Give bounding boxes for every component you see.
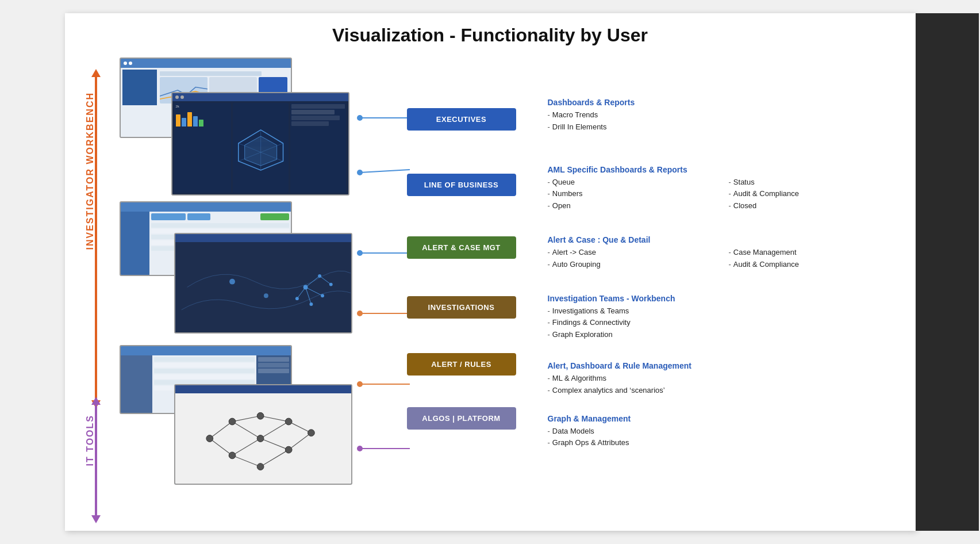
btn-investigations-container: INVESTIGATIONS xyxy=(407,296,516,319)
algos-button[interactable]: ALGOS | PLATFORM xyxy=(407,407,516,430)
lob-desc-title: AML Specific Dashboards & Reports xyxy=(548,165,898,174)
executives-desc-title: Dashboards & Reports xyxy=(548,98,898,107)
svg-point-32 xyxy=(206,435,213,442)
buttons-column: EXECUTIVES LINE OF BUSINESS ALERT & CASE… xyxy=(407,58,516,430)
btn-alert-case-container: ALERT & CASE MGT xyxy=(407,236,516,259)
svg-point-35 xyxy=(257,412,264,419)
it-tools-label: IT TOOLS xyxy=(85,415,95,466)
svg-line-43 xyxy=(360,170,410,173)
svg-point-33 xyxy=(229,418,236,425)
svg-point-34 xyxy=(229,452,236,459)
alert-case-desc: Alert & Case : Que & Detail -Alert -> Ca… xyxy=(548,235,898,271)
lob-button[interactable]: LINE OF BUSINESS xyxy=(407,174,516,196)
investigations-desc: Investigation Teams - Workbench -Investi… xyxy=(548,294,898,341)
screenshots-column: 2k xyxy=(120,58,361,512)
svg-rect-5 xyxy=(175,242,350,332)
screenshot-lob: 2k xyxy=(171,92,349,196)
btn-alert-rules-container: ALERT / RULES xyxy=(407,353,516,376)
screenshot-algos xyxy=(174,384,352,485)
left-labels: INVESTIGATOR WORKBENCH IT TOOLS xyxy=(82,58,111,512)
alert-rules-button[interactable]: ALERT / RULES xyxy=(407,353,516,376)
btn-executives-container: EXECUTIVES xyxy=(407,108,516,131)
lob-grid: -Queue -Numbers -Open -Status -Audit & C… xyxy=(548,177,898,212)
screenshot-investigations xyxy=(174,233,352,334)
slide: Visualization - Functionality by User IN… xyxy=(65,13,916,531)
executives-desc: Dashboards & Reports - Macro Trends - Dr… xyxy=(548,98,898,133)
descriptions-column: Dashboards & Reports - Macro Trends - Dr… xyxy=(525,58,898,449)
investigations-desc-title: Investigation Teams - Workbench xyxy=(548,294,898,303)
svg-point-40 xyxy=(308,430,314,436)
dark-background xyxy=(916,13,979,531)
exec-item-2: - Drill In Elements xyxy=(548,121,898,133)
btn-lob-container: LINE OF BUSINESS xyxy=(407,174,516,196)
alert-rules-desc-title: Alert, Dashboard & Rule Management xyxy=(548,361,898,370)
slide-title: Visualization - Functionality by User xyxy=(88,25,893,46)
executives-button[interactable]: EXECUTIVES xyxy=(407,108,516,131)
investigator-label: INVESTIGATOR WORKBENCH xyxy=(85,92,95,250)
lob-desc: AML Specific Dashboards & Reports -Queue… xyxy=(548,165,898,212)
exec-item-1: - Macro Trends xyxy=(548,109,898,121)
svg-point-37 xyxy=(257,463,264,470)
svg-point-36 xyxy=(257,435,264,442)
svg-point-39 xyxy=(285,446,292,453)
svg-point-18 xyxy=(263,293,268,298)
alert-case-grid: -Alert -> Case -Auto Grouping -Case Mana… xyxy=(548,247,898,271)
main-content: INVESTIGATOR WORKBENCH IT TOOLS xyxy=(88,58,893,512)
algos-desc: Graph & Management -Data Models -Graph O… xyxy=(548,414,898,450)
svg-point-17 xyxy=(229,279,235,285)
alert-case-desc-title: Alert & Case : Que & Detail xyxy=(548,235,898,244)
algos-desc-title: Graph & Management xyxy=(548,414,898,423)
alert-case-button[interactable]: ALERT & CASE MGT xyxy=(407,236,516,259)
alert-rules-desc: Alert, Dashboard & Rule Management -ML &… xyxy=(548,361,898,397)
investigations-button[interactable]: INVESTIGATIONS xyxy=(407,296,516,319)
btn-algos-container: ALGOS | PLATFORM xyxy=(407,407,516,430)
svg-point-38 xyxy=(285,418,292,425)
